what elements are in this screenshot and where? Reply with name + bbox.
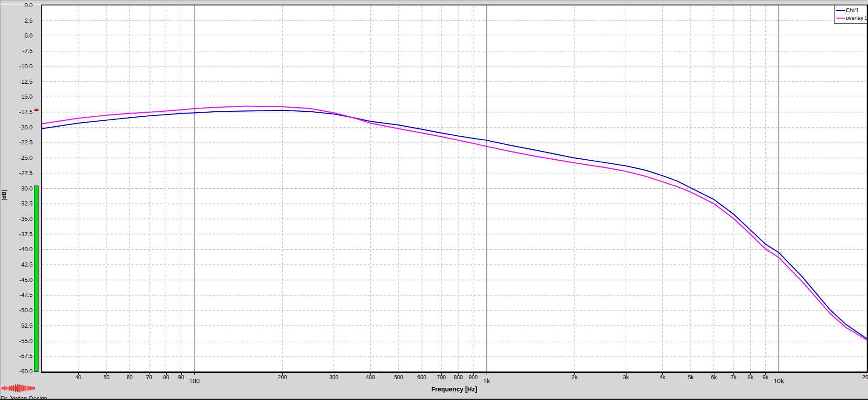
x-tick-label: 1k — [483, 377, 490, 385]
x-tick-mark — [473, 373, 474, 375]
waveform-bar — [33, 387, 34, 390]
x-tick-label: 6k — [711, 374, 717, 381]
waveform-bar — [21, 385, 22, 391]
x-tick-label: 2k — [572, 374, 578, 381]
waveform-bar — [29, 386, 29, 390]
waveform-bar — [25, 386, 26, 391]
x-tick-mark — [626, 373, 627, 375]
curve-ch-1 — [42, 110, 867, 338]
waveform-bar — [5, 387, 5, 390]
level-meter-peak-indicator — [34, 109, 39, 111]
x-tick-mark — [441, 373, 442, 375]
waveform-bar — [34, 387, 35, 390]
x-tick-label: 200 — [278, 374, 287, 381]
waveform-bar — [10, 386, 10, 391]
x-tick-label: 50 — [103, 374, 109, 381]
x-tick-mark — [166, 373, 167, 375]
waveform-bar — [15, 385, 16, 392]
waveform-bar — [30, 386, 31, 390]
y-tick-label: -2.5 — [0, 18, 33, 24]
waveform-bar — [31, 387, 32, 390]
x-tick-mark — [78, 373, 79, 375]
y-axis-title: [dB] — [1, 187, 7, 203]
waveform-bar — [7, 386, 8, 390]
x-tick-mark — [282, 373, 283, 375]
x-tick-mark — [779, 373, 779, 375]
x-tick-mark — [458, 373, 459, 375]
x-tick-label: 300 — [329, 374, 338, 381]
waveform-bar — [19, 384, 20, 392]
x-tick-label: 400 — [366, 374, 375, 381]
x-tick-label: 20k — [862, 374, 868, 381]
waveform-bar — [8, 387, 9, 390]
x-tick-label: 5k — [688, 374, 694, 381]
y-tick-label: -10.0 — [0, 63, 33, 70]
x-tick-label: 70 — [146, 374, 152, 381]
y-tick-label: -25.0 — [0, 155, 33, 161]
y-tick-label: -12.5 — [0, 79, 33, 85]
x-tick-mark — [714, 373, 714, 375]
waveform-bar — [9, 386, 10, 390]
waveform-bar — [6, 386, 7, 390]
x-tick-label: 40 — [75, 374, 81, 381]
waveform-bar — [32, 387, 33, 390]
waveform-bar — [2, 387, 3, 390]
waveform-bar — [11, 386, 12, 391]
x-tick-mark — [691, 373, 691, 375]
waveform-bar — [13, 386, 14, 391]
y-tick-label: -45.0 — [0, 277, 33, 283]
x-tick-label: 80 — [163, 374, 169, 381]
waveform-bar — [20, 385, 21, 392]
x-tick-label: 3k — [623, 374, 629, 381]
waveform-bar — [14, 386, 15, 390]
waveform-bar — [23, 386, 24, 391]
legend-line-swatch — [836, 18, 845, 19]
legend-item: Ch#1 — [836, 6, 867, 14]
legend-label: overlay 3 — [846, 15, 868, 21]
y-tick-label: -37.5 — [0, 231, 33, 238]
waveform-bar — [18, 385, 19, 392]
y-tick-label: -40.0 — [0, 246, 33, 252]
plot-area[interactable]: Ch#1overlay 3 — [41, 5, 868, 373]
y-tick-label: -5.0 — [0, 33, 33, 39]
analyzer-window: 0.0-2.5-5.0-7.5-10.0-12.5-15.0-17.5-20.0… — [0, 0, 868, 400]
chart-canvas — [42, 5, 867, 371]
waveform-bar — [10, 387, 11, 390]
waveform-bar — [24, 386, 24, 391]
x-tick-mark — [662, 373, 663, 375]
x-tick-label: 900 — [469, 374, 478, 381]
y-tick-label: -22.5 — [0, 139, 33, 146]
x-tick-mark — [130, 373, 130, 375]
waveform-bar — [27, 386, 28, 390]
x-tick-mark — [399, 373, 399, 375]
x-tick-mark — [574, 373, 575, 375]
x-tick-label: 500 — [394, 374, 403, 381]
x-tick-mark — [487, 373, 487, 375]
waveform-bar — [26, 386, 27, 390]
x-tick-mark — [334, 373, 334, 375]
y-tick-label: -60.0 — [0, 368, 33, 375]
x-axis-title: Frequency [Hz] — [42, 386, 867, 393]
waveform-bar — [17, 385, 18, 392]
x-tick-mark — [181, 373, 182, 375]
vendor-logo: Dr-Jordan-Design — [1, 383, 48, 400]
x-tick-label: 100 — [189, 377, 199, 385]
x-tick-mark — [194, 373, 195, 375]
y-tick-label: -50.0 — [0, 307, 33, 314]
x-tick-mark — [750, 373, 751, 375]
waveform-bar — [12, 386, 13, 391]
x-tick-label: 7k — [731, 374, 737, 381]
x-tick-mark — [422, 373, 422, 375]
x-tick-mark — [370, 373, 371, 375]
legend-item: overlay 3 — [836, 14, 867, 22]
x-tick-label: 60 — [126, 374, 132, 381]
y-tick-label: -35.0 — [0, 216, 33, 222]
y-tick-label: -47.5 — [0, 292, 33, 298]
waveform-bar — [4, 386, 5, 390]
waveform-bar — [29, 386, 30, 390]
x-tick-label: 4k — [660, 374, 665, 381]
x-tick-mark — [867, 373, 867, 375]
x-tick-mark — [149, 373, 149, 375]
x-tick-label: 90 — [178, 374, 184, 381]
x-tick-mark — [106, 373, 107, 375]
